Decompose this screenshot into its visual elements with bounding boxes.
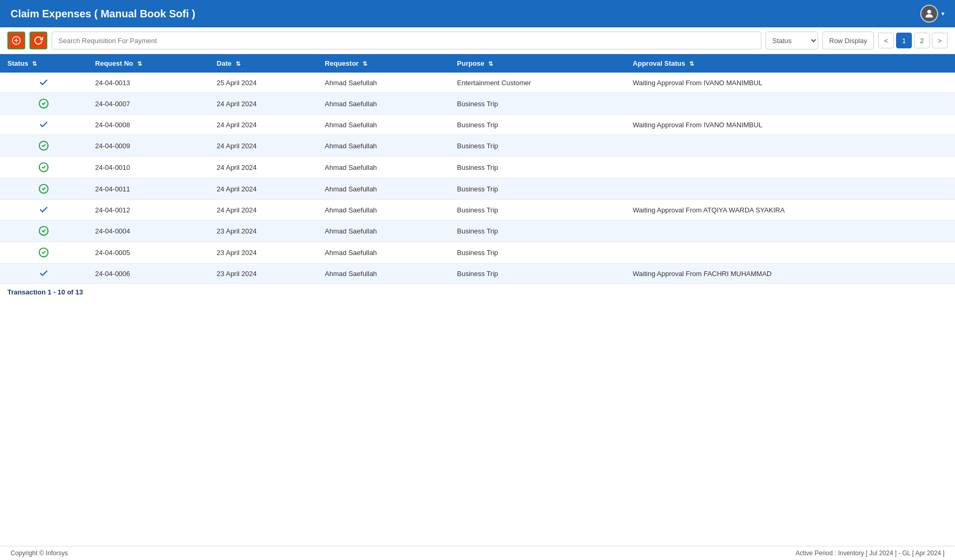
cell-request-no: 24-04-0005 xyxy=(88,242,209,263)
cell-purpose: Business Trip xyxy=(450,220,626,242)
avatar xyxy=(920,5,938,23)
cell-requestor: Ahmad Saefullah xyxy=(317,263,449,284)
cell-approval-status xyxy=(626,220,955,242)
table-row[interactable]: 24-04-001124 April 2024Ahmad SaefullahBu… xyxy=(0,178,955,200)
cell-request-no: 24-04-0009 xyxy=(88,135,209,157)
cell-purpose: Business Trip xyxy=(450,157,626,178)
cell-status xyxy=(0,115,88,135)
cell-approval-status xyxy=(626,135,955,157)
cell-purpose: Business Trip xyxy=(450,242,626,263)
cell-date: 23 April 2024 xyxy=(209,220,317,242)
cell-purpose: Entertainment Customer xyxy=(450,73,626,93)
sort-icon-date: ⇅ xyxy=(236,60,240,67)
cell-requestor: Ahmad Saefullah xyxy=(317,73,449,93)
cell-request-no: 24-04-0004 xyxy=(88,220,209,242)
cell-requestor: Ahmad Saefullah xyxy=(317,178,449,200)
sort-icon-approval: ⇅ xyxy=(689,60,694,67)
cell-date: 23 April 2024 xyxy=(209,263,317,284)
copyright: Copyright © Inforsys xyxy=(11,549,68,557)
search-input[interactable] xyxy=(52,32,761,49)
add-button[interactable] xyxy=(7,32,25,49)
prev-page-button[interactable]: < xyxy=(878,33,894,48)
cell-approval-status xyxy=(626,93,955,115)
cell-status xyxy=(0,200,88,220)
cell-status xyxy=(0,73,88,93)
cell-approval-status xyxy=(626,157,955,178)
cell-requestor: Ahmad Saefullah xyxy=(317,242,449,263)
status-select[interactable]: Status All Pending Approved Rejected xyxy=(766,32,818,49)
toolbar: Status All Pending Approved Rejected Row… xyxy=(0,27,955,54)
col-request-no[interactable]: Request No ⇅ xyxy=(88,54,209,73)
cell-requestor: Ahmad Saefullah xyxy=(317,200,449,220)
cell-purpose: Business Trip xyxy=(450,135,626,157)
sort-icon-requestor: ⇅ xyxy=(363,60,367,67)
cell-requestor: Ahmad Saefullah xyxy=(317,115,449,135)
cell-status xyxy=(0,263,88,284)
table-header-row: Status ⇅ Request No ⇅ Date ⇅ Requestor ⇅… xyxy=(0,54,955,73)
cell-status xyxy=(0,178,88,200)
user-menu[interactable]: ▾ xyxy=(920,5,944,23)
table-row[interactable]: 24-04-001224 April 2024Ahmad SaefullahBu… xyxy=(0,200,955,220)
col-requestor[interactable]: Requestor ⇅ xyxy=(317,54,449,73)
table-row[interactable]: 24-04-000824 April 2024Ahmad SaefullahBu… xyxy=(0,115,955,135)
cell-request-no: 24-04-0010 xyxy=(88,157,209,178)
cell-date: 24 April 2024 xyxy=(209,178,317,200)
page-1-button[interactable]: 1 xyxy=(896,33,912,48)
table-row[interactable]: 24-04-001325 April 2024Ahmad SaefullahEn… xyxy=(0,73,955,93)
table-row[interactable]: 24-04-001024 April 2024Ahmad SaefullahBu… xyxy=(0,157,955,178)
cell-request-no: 24-04-0011 xyxy=(88,178,209,200)
cell-requestor: Ahmad Saefullah xyxy=(317,93,449,115)
col-approval-status[interactable]: Approval Status ⇅ xyxy=(626,54,955,73)
page-2-button[interactable]: 2 xyxy=(914,33,930,48)
cell-date: 23 April 2024 xyxy=(209,242,317,263)
refresh-button[interactable] xyxy=(29,32,47,49)
cell-purpose: Business Trip xyxy=(450,200,626,220)
sort-icon-request: ⇅ xyxy=(137,60,142,67)
transaction-info: Transaction 1 - 10 of 13 xyxy=(0,284,955,300)
cell-request-no: 24-04-0008 xyxy=(88,115,209,135)
cell-request-no: 24-04-0013 xyxy=(88,73,209,93)
cell-approval-status xyxy=(626,242,955,263)
cell-date: 25 April 2024 xyxy=(209,73,317,93)
col-status[interactable]: Status ⇅ xyxy=(0,54,88,73)
cell-purpose: Business Trip xyxy=(450,263,626,284)
cell-purpose: Business Trip xyxy=(450,115,626,135)
row-display-button[interactable]: Row Display xyxy=(822,32,874,49)
footer-bar: Copyright © Inforsys Active Period : Inv… xyxy=(0,546,955,560)
table-row[interactable]: 24-04-000523 April 2024Ahmad SaefullahBu… xyxy=(0,242,955,263)
cell-status xyxy=(0,220,88,242)
cell-requestor: Ahmad Saefullah xyxy=(317,157,449,178)
next-page-button[interactable]: > xyxy=(932,33,948,48)
cell-purpose: Business Trip xyxy=(450,178,626,200)
active-period: Active Period : Inventory [ Jul 2024 ] -… xyxy=(796,549,944,557)
cell-approval-status: Waiting Approval From IVANO MANIMBUL xyxy=(626,73,955,93)
svg-point-0 xyxy=(927,10,931,14)
col-date[interactable]: Date ⇅ xyxy=(209,54,317,73)
chevron-down-icon: ▾ xyxy=(941,10,944,17)
col-purpose[interactable]: Purpose ⇅ xyxy=(450,54,626,73)
sort-icon-status: ⇅ xyxy=(32,60,37,67)
table-row[interactable]: 24-04-000924 April 2024Ahmad SaefullahBu… xyxy=(0,135,955,157)
cell-purpose: Business Trip xyxy=(450,93,626,115)
page-title: Claim Expenses ( Manual Book Sofi ) xyxy=(11,8,195,20)
table-row[interactable]: 24-04-000724 April 2024Ahmad SaefullahBu… xyxy=(0,93,955,115)
pagination: < 1 2 > xyxy=(878,33,948,48)
cell-date: 24 April 2024 xyxy=(209,135,317,157)
cell-status xyxy=(0,135,88,157)
sort-icon-purpose: ⇅ xyxy=(488,60,493,67)
cell-approval-status: Waiting Approval From ATQIYA WARDA SYAKI… xyxy=(626,200,955,220)
top-header: Claim Expenses ( Manual Book Sofi ) ▾ xyxy=(0,0,955,27)
cell-approval-status: Waiting Approval From FACHRI MUHAMMAD xyxy=(626,263,955,284)
cell-date: 24 April 2024 xyxy=(209,157,317,178)
cell-approval-status: Waiting Approval From IVANO MANIMBUL xyxy=(626,115,955,135)
table-row[interactable]: 24-04-000423 April 2024Ahmad SaefullahBu… xyxy=(0,220,955,242)
table-container: Status ⇅ Request No ⇅ Date ⇅ Requestor ⇅… xyxy=(0,54,955,546)
cell-status xyxy=(0,157,88,178)
cell-date: 24 April 2024 xyxy=(209,115,317,135)
table-body: 24-04-001325 April 2024Ahmad SaefullahEn… xyxy=(0,73,955,284)
cell-approval-status xyxy=(626,178,955,200)
table-row[interactable]: 24-04-000623 April 2024Ahmad SaefullahBu… xyxy=(0,263,955,284)
cell-status xyxy=(0,93,88,115)
cell-request-no: 24-04-0012 xyxy=(88,200,209,220)
cell-request-no: 24-04-0007 xyxy=(88,93,209,115)
